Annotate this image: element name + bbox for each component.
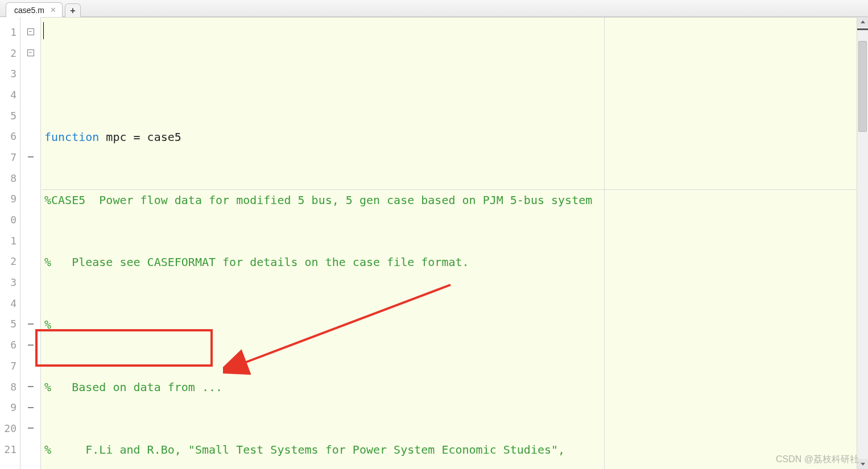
new-tab-button[interactable]: +	[65, 3, 81, 17]
code-line: % Based on data from ...	[42, 377, 857, 398]
line-number: 4	[0, 84, 20, 105]
line-number: 6	[0, 334, 20, 355]
fold-toggle[interactable]: −	[27, 49, 34, 56]
line-number-gutter: 1 2 3 4 5 6 7 8 9 0 1 2 3 4 5 6 7 8 9 20…	[0, 17, 20, 469]
line-number: 9	[0, 397, 20, 418]
line-number: 5	[0, 105, 20, 126]
line-number: 2	[0, 251, 20, 272]
line-number: 7	[0, 355, 20, 376]
editor-frame: 1 2 3 4 5 6 7 8 9 0 1 2 3 4 5 6 7 8 9 20…	[0, 17, 868, 469]
vertical-scrollbar[interactable]	[857, 17, 868, 469]
tab-label: case5.m	[14, 6, 44, 15]
right-margin-line	[604, 18, 605, 469]
code-area[interactable]: function mpc = case5 %CASE5 Power flow d…	[41, 17, 857, 469]
fold-toggle[interactable]: −	[27, 28, 34, 35]
section-dash-icon	[28, 407, 34, 408]
scroll-marker	[857, 28, 868, 30]
code-line: %	[42, 314, 857, 335]
keyword: function	[44, 130, 99, 144]
plus-icon: +	[70, 6, 75, 16]
annotation-highlight-box	[35, 329, 213, 367]
line-number: 21	[0, 439, 20, 460]
line-number: 1	[0, 230, 20, 251]
line-number: 7	[0, 147, 20, 168]
line-number: 6	[0, 126, 20, 147]
tab-case5[interactable]: case5.m ✕	[6, 2, 63, 17]
section-dash-icon	[28, 386, 34, 387]
code-line: % Please see CASEFORMAT for details on t…	[42, 252, 857, 273]
line-number: 0	[0, 209, 20, 230]
line-number: 1	[0, 22, 20, 43]
code-area-wrap: function mpc = case5 %CASE5 Power flow d…	[41, 17, 868, 469]
tab-bar: case5.m ✕ +	[0, 0, 868, 17]
close-icon[interactable]: ✕	[50, 6, 56, 14]
section-dash-icon	[28, 345, 34, 346]
line-number: 3	[0, 63, 20, 84]
scroll-thumb[interactable]	[858, 41, 867, 132]
line-number: 9	[0, 189, 20, 210]
line-number: 4	[0, 293, 20, 314]
code-line: function mpc = case5	[42, 127, 857, 148]
section-dash-icon	[28, 323, 34, 325]
scroll-down-button[interactable]	[857, 459, 868, 469]
line-number: 8	[0, 376, 20, 397]
line-number: 5	[0, 314, 20, 335]
code-line: % F.Li and R.Bo, "Small Test Systems for…	[42, 439, 857, 460]
section-dash-icon	[28, 156, 34, 157]
scroll-up-button[interactable]	[857, 17, 868, 27]
line-number: 20	[0, 418, 20, 439]
text-cursor	[43, 22, 44, 39]
line-number: 3	[0, 272, 20, 293]
code-line: %CASE5 Power flow data for modified 5 bu…	[42, 189, 857, 210]
section-dash-icon	[28, 428, 34, 429]
fold-column: − −	[20, 17, 41, 469]
line-number: 8	[0, 168, 20, 189]
line-number: 2	[0, 43, 20, 64]
